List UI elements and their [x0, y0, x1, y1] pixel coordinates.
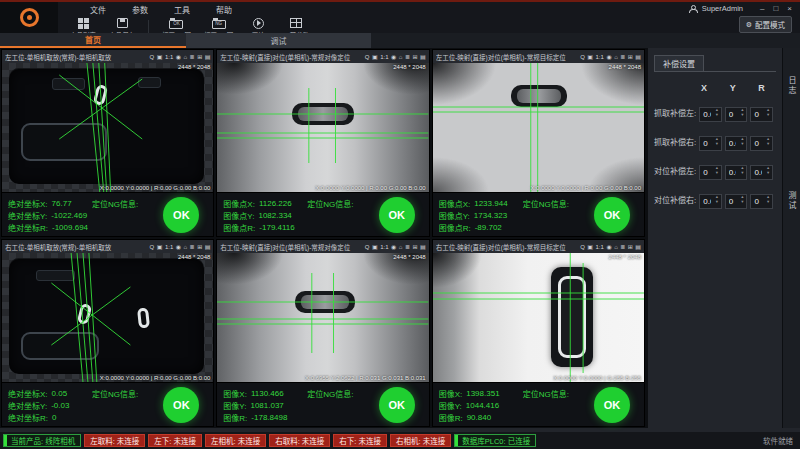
camera-panel-3: 左工位-映射(直接)对位(单相机)-常规目标定位 Q ▣ 1:1 ◉ ⌂ ≣ ⊞…: [432, 49, 645, 237]
stepper-icons[interactable]: [764, 191, 772, 208]
maximize-button[interactable]: □: [773, 4, 778, 13]
camera-image[interactable]: 2448 * 2048 X:0.0000 Y:0.0000 | R:0.00 G…: [433, 63, 644, 192]
left-feeder-status: 左取料: 未连接: [84, 434, 145, 447]
region-icon[interactable]: ⊞: [628, 244, 633, 250]
home-icon[interactable]: ⌂: [399, 244, 403, 250]
stepper-icons[interactable]: [764, 104, 772, 121]
stepper-icons[interactable]: [713, 162, 721, 179]
zoom-icon[interactable]: Q: [150, 244, 155, 250]
fit-window-icon[interactable]: ▣: [372, 244, 378, 250]
camera-image[interactable]: 2448 * 2048 X:0.0000 Y:0.0000 | G:255 B:…: [433, 253, 644, 382]
minimize-button[interactable]: –: [760, 4, 764, 13]
region-icon[interactable]: ⊞: [412, 244, 417, 250]
image-toolbar: Q ▣ 1:1 ◉ ⌂ ≣ ⊞ ▤: [365, 54, 426, 60]
one-to-one-icon[interactable]: 1:1: [165, 244, 173, 250]
camera-image[interactable]: 2448 * 2048 X:0.0000 Y:0.0000 | R:0.00 G…: [2, 253, 213, 382]
stepper-icons[interactable]: [713, 133, 721, 150]
save-image-icon[interactable]: ▤: [205, 54, 211, 60]
region-icon[interactable]: ⊞: [628, 54, 633, 60]
tab-test[interactable]: 测试: [786, 191, 797, 211]
folder-badge: OK: [173, 22, 180, 27]
stepper-icons[interactable]: [713, 191, 721, 208]
one-to-one-icon[interactable]: 1:1: [596, 54, 604, 60]
eye-icon[interactable]: ◉: [176, 54, 181, 60]
region-icon[interactable]: ⊞: [197, 244, 202, 250]
home-icon[interactable]: ⌂: [614, 244, 618, 250]
fit-window-icon[interactable]: ▣: [587, 244, 593, 250]
tab-debug[interactable]: 调试: [186, 33, 372, 48]
stepper-icons[interactable]: [738, 104, 746, 121]
fit-window-icon[interactable]: ▣: [587, 54, 593, 60]
camera-image[interactable]: 2448 * 2048 X:0.0000 Y:0.0000 | R:0.00 G…: [2, 63, 213, 192]
vision-overlay-lines: [217, 253, 428, 382]
list-icon[interactable]: ≣: [620, 54, 625, 60]
config-mode-label: 配置模式: [755, 19, 785, 30]
region-icon[interactable]: ⊞: [197, 54, 202, 60]
eye-icon[interactable]: ◉: [391, 244, 396, 250]
stepper-icons[interactable]: [738, 133, 746, 150]
cursor-readout: X:0.0000 Y:0.0000 | R:0.00 G:0.00 B:0.00: [100, 375, 211, 381]
compensation-tab[interactable]: 补偿设置: [654, 55, 704, 71]
field-label: 绝对坐标R:: [8, 222, 48, 233]
panel-title-bar: 左工位-映射(直接)对位(单相机)-常规目标定位 Q ▣ 1:1 ◉ ⌂ ≣ ⊞…: [433, 50, 644, 63]
region-icon[interactable]: ⊞: [412, 54, 417, 60]
list-icon[interactable]: ≣: [620, 244, 625, 250]
fit-window-icon[interactable]: ▣: [157, 244, 163, 250]
zoom-icon[interactable]: Q: [365, 54, 370, 60]
one-to-one-icon[interactable]: 1:1: [165, 54, 173, 60]
zoom-icon[interactable]: Q: [365, 244, 370, 250]
stepper-icons[interactable]: [713, 104, 721, 121]
home-icon[interactable]: ⌂: [183, 244, 187, 250]
fit-window-icon[interactable]: ▣: [372, 54, 378, 60]
eye-icon[interactable]: ◉: [606, 244, 611, 250]
field-value: -89.702: [475, 223, 502, 232]
stepper-icons[interactable]: [764, 162, 772, 179]
menu-tools[interactable]: 工具: [174, 4, 190, 15]
tab-log[interactable]: 日志: [786, 76, 797, 96]
field-label: 图像点R:: [439, 222, 471, 233]
list-icon[interactable]: ≣: [405, 54, 410, 60]
save-image-icon[interactable]: ▤: [635, 244, 641, 250]
tab-home[interactable]: 首页: [0, 33, 186, 48]
list-icon[interactable]: ≣: [190, 244, 195, 250]
home-icon[interactable]: ⌂: [399, 54, 403, 60]
zoom-icon[interactable]: Q: [580, 54, 585, 60]
config-mode-button[interactable]: ⚙ 配置模式: [739, 16, 792, 33]
zoom-icon[interactable]: Q: [580, 244, 585, 250]
result-info: 图像点X:1126.226 图像点Y:1082.334 图像点R:-179.41…: [217, 192, 428, 236]
one-to-one-icon[interactable]: 1:1: [596, 244, 604, 250]
image-resolution: 2448 * 2048: [609, 64, 641, 70]
eye-icon[interactable]: ◉: [391, 54, 396, 60]
current-product-status: 当前产品: 线阵相机: [3, 434, 81, 447]
zoom-icon[interactable]: Q: [150, 54, 155, 60]
image-toolbar: Q ▣ 1:1 ◉ ⌂ ≣ ⊞ ▤: [150, 54, 211, 60]
eye-icon[interactable]: ◉: [606, 54, 611, 60]
save-image-icon[interactable]: ▤: [420, 244, 426, 250]
home-icon[interactable]: ⌂: [614, 54, 618, 60]
menu-help[interactable]: 帮助: [216, 4, 232, 15]
image-resolution: 2448 * 2048: [609, 254, 641, 260]
result-badge: OK: [594, 387, 630, 423]
menu-file[interactable]: 文件: [90, 4, 106, 15]
stepper-icons[interactable]: [738, 162, 746, 179]
panel-title-bar: 右工位-映射(直接)对位(单相机)-常规对像定位 Q ▣ 1:1 ◉ ⌂ ≣ ⊞…: [217, 240, 428, 253]
camera-image[interactable]: 2448 * 2048 X:0.6955 Y:2.0622 | R:0.031 …: [217, 253, 428, 382]
save-image-icon[interactable]: ▤: [420, 54, 426, 60]
home-icon[interactable]: ⌂: [183, 54, 187, 60]
eye-icon[interactable]: ◉: [176, 244, 181, 250]
camera-image[interactable]: 2448 * 2048 X:0.0000 Y:0.0000 | R:0.00 G…: [217, 63, 428, 192]
save-image-icon[interactable]: ▤: [635, 54, 641, 60]
one-to-one-icon[interactable]: 1:1: [380, 54, 388, 60]
menu-params[interactable]: 参数: [132, 4, 148, 15]
fit-window-icon[interactable]: ▣: [157, 54, 163, 60]
row-label: 抓取补偿左:: [654, 107, 699, 118]
stepper-icons[interactable]: [738, 191, 746, 208]
save-image-icon[interactable]: ▤: [205, 244, 211, 250]
list-icon[interactable]: ≣: [190, 54, 195, 60]
close-button[interactable]: ×: [787, 4, 792, 13]
vision-overlay-lines: [217, 63, 428, 192]
stepper-icons[interactable]: [764, 133, 772, 150]
one-to-one-icon[interactable]: 1:1: [380, 244, 388, 250]
list-icon[interactable]: ≣: [405, 244, 410, 250]
camera-panel-2: 左工位-映射(直接)对位(单相机)-常规对像定位 Q ▣ 1:1 ◉ ⌂ ≣ ⊞…: [216, 49, 429, 237]
